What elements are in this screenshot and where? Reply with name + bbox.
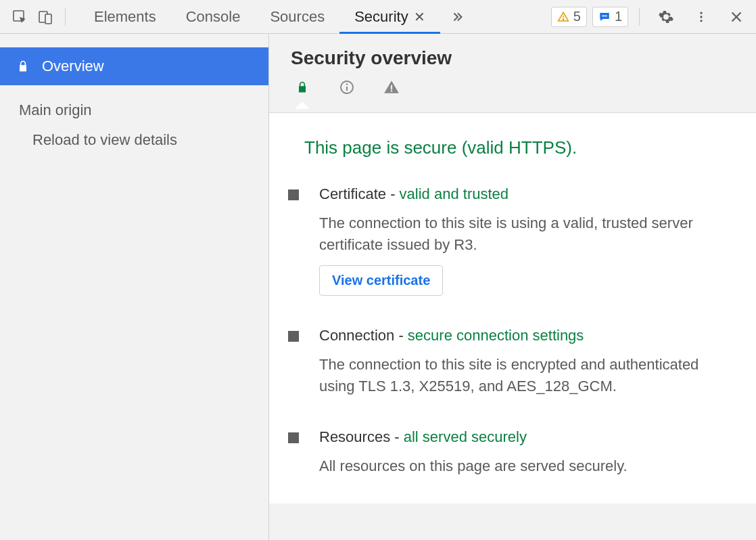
toolbar-divider bbox=[639, 8, 640, 26]
tab-label: Sources bbox=[270, 8, 325, 26]
sidebar-item-overview[interactable]: Overview bbox=[0, 47, 268, 85]
tab-label: Security bbox=[354, 8, 408, 26]
certificate-description: The connection to this site is using a v… bbox=[319, 212, 737, 256]
gear-icon[interactable] bbox=[656, 7, 676, 27]
certificate-title: Certificate - valid and trusted bbox=[319, 185, 737, 203]
devtools-toolbar: Elements Console Sources Security ✕ bbox=[0, 0, 756, 34]
resources-description: All resources on this page are served se… bbox=[319, 455, 628, 477]
resources-title: Resources - all served securely bbox=[319, 428, 628, 446]
indicator-info-icon[interactable] bbox=[338, 78, 356, 96]
indicator-secure-icon[interactable] bbox=[293, 78, 311, 96]
bullet-icon bbox=[288, 331, 299, 342]
certificate-block: Certificate - valid and trusted The conn… bbox=[288, 185, 737, 296]
connection-block: Connection - secure connection settings … bbox=[288, 327, 737, 397]
chevron-right-double-icon bbox=[450, 9, 465, 24]
issues-badge[interactable]: 1 bbox=[592, 7, 628, 27]
sidebar-item-label: Overview bbox=[42, 58, 104, 75]
svg-point-8 bbox=[700, 20, 702, 22]
toolbar-right bbox=[646, 7, 756, 27]
tab-label: Elements bbox=[94, 8, 156, 26]
tab-security[interactable]: Security ✕ bbox=[339, 0, 440, 33]
warnings-count: 5 bbox=[573, 9, 581, 24]
resources-block: Resources - all served securely All reso… bbox=[288, 428, 737, 477]
device-toggle-icon[interactable] bbox=[35, 7, 55, 27]
panel-tabs: Elements Console Sources Security ✕ bbox=[79, 0, 474, 33]
close-devtools-icon[interactable] bbox=[726, 7, 747, 27]
kebab-menu-icon[interactable] bbox=[691, 7, 711, 27]
security-indicators bbox=[291, 78, 734, 108]
issue-badges: 5 1 bbox=[551, 7, 632, 27]
indicator-warning-icon[interactable] bbox=[383, 78, 400, 96]
connection-description: The connection to this site is encrypted… bbox=[319, 354, 737, 397]
inspect-icon[interactable] bbox=[9, 7, 30, 27]
view-certificate-button[interactable]: View certificate bbox=[319, 265, 443, 296]
tab-elements[interactable]: Elements bbox=[79, 0, 171, 33]
lock-icon bbox=[16, 60, 30, 73]
close-icon[interactable]: ✕ bbox=[414, 9, 425, 25]
message-icon bbox=[598, 11, 611, 23]
svg-rect-5 bbox=[602, 15, 607, 16]
issues-count: 1 bbox=[615, 9, 622, 24]
security-sidebar: Overview Main origin Reload to view deta… bbox=[0, 34, 269, 540]
more-tabs-button[interactable] bbox=[440, 0, 474, 33]
svg-point-6 bbox=[700, 12, 702, 14]
tab-console[interactable]: Console bbox=[171, 0, 256, 33]
tab-sources[interactable]: Sources bbox=[255, 0, 339, 33]
warnings-badge[interactable]: 5 bbox=[551, 7, 587, 27]
warning-icon bbox=[557, 11, 569, 23]
sidebar-section-main-origin: Main origin bbox=[0, 85, 268, 126]
security-main-panel: Security overview This page is sec bbox=[269, 34, 756, 540]
svg-rect-15 bbox=[391, 90, 392, 91]
secure-status-line: This page is secure (valid HTTPS). bbox=[304, 137, 737, 158]
connection-title: Connection - secure connection settings bbox=[319, 327, 737, 344]
toolbar-left bbox=[0, 0, 79, 33]
security-overview-card: This page is secure (valid HTTPS). Certi… bbox=[269, 112, 756, 503]
svg-rect-14 bbox=[391, 85, 392, 90]
svg-rect-2 bbox=[45, 14, 51, 24]
svg-point-7 bbox=[700, 16, 702, 18]
tab-label: Console bbox=[186, 8, 241, 26]
main-header: Security overview bbox=[269, 34, 756, 112]
svg-point-13 bbox=[346, 83, 348, 85]
bullet-icon bbox=[288, 432, 299, 443]
svg-point-4 bbox=[563, 19, 564, 20]
page-title: Security overview bbox=[291, 47, 734, 69]
toolbar-divider bbox=[65, 8, 66, 26]
sidebar-item-reload-hint[interactable]: Reload to view details bbox=[0, 126, 268, 154]
bullet-icon bbox=[288, 189, 299, 200]
